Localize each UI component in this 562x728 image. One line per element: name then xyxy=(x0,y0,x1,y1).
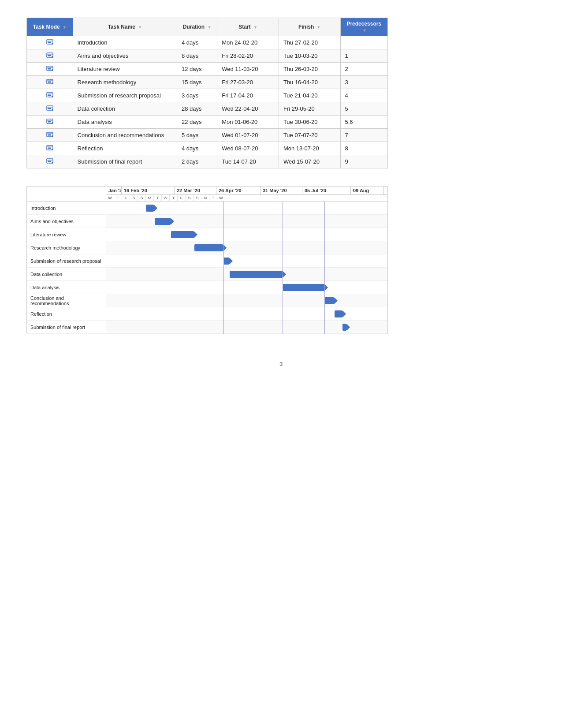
svg-rect-18 xyxy=(48,95,51,96)
th-task-name[interactable]: Task Name ▼ xyxy=(73,18,177,36)
gantt-label-row: Data analysis xyxy=(27,281,106,294)
th-finish[interactable]: Finish ▼ xyxy=(279,18,340,36)
gantt-bar-row xyxy=(106,215,387,228)
gantt-bar-row xyxy=(106,321,387,334)
gantt-day-label: W xyxy=(162,195,170,201)
gantt-day-label: W xyxy=(217,195,225,201)
predecessors-cell: 7 xyxy=(340,129,387,142)
svg-rect-6 xyxy=(48,55,51,56)
gantt-month-label: 22 Mar '20 xyxy=(175,187,216,194)
gantt-bar-row xyxy=(106,294,387,307)
finish-cell: Thu 26-03-20 xyxy=(279,63,340,76)
gantt-timeline-header: Jan '2016 Feb '2022 Mar '2026 Apr '2031 … xyxy=(106,187,387,201)
task-mode-cell xyxy=(27,89,73,102)
table-row: Submission of final report2 daysTue 14-0… xyxy=(27,155,388,168)
duration-cell: 4 days xyxy=(177,36,217,49)
svg-point-31 xyxy=(52,135,53,137)
th-task-mode[interactable]: Task Mode ▼ xyxy=(27,18,73,36)
gantt-body: IntroductionAims and objectivesLiteratur… xyxy=(27,202,387,334)
task-mode-icon xyxy=(46,92,54,98)
gantt-day-label: M xyxy=(146,195,154,201)
svg-rect-26 xyxy=(48,121,51,123)
page-number: 3 xyxy=(26,361,536,367)
gantt-bar xyxy=(230,271,283,278)
predecessors-cell: 2 xyxy=(340,63,387,76)
gantt-month-label: 05 Jul '20 xyxy=(302,187,351,194)
gantt-label-row: Submission of research proposal xyxy=(27,254,106,268)
gantt-day-label: S xyxy=(130,195,138,201)
gantt-day-label: T xyxy=(209,195,217,201)
task-name-cell: Reflection xyxy=(73,142,177,155)
task-mode-icon xyxy=(46,78,54,85)
task-name-cell: Data collection xyxy=(73,102,177,116)
svg-point-19 xyxy=(52,96,53,97)
task-mode-icon xyxy=(46,145,54,151)
task-mode-icon xyxy=(46,105,54,111)
gantt-month-label: 09 Aug xyxy=(351,187,384,194)
task-mode-cell xyxy=(27,129,73,142)
task-name-cell: Introduction xyxy=(73,36,177,49)
table-row: Submission of research proposal3 daysFri… xyxy=(27,89,388,102)
sort-arrow-task-name: ▼ xyxy=(138,25,142,30)
gantt-month-label: 16 Feb '20 xyxy=(122,187,175,194)
start-cell: Wed 11-03-20 xyxy=(217,63,279,76)
table-row: Aims and objectives8 daysFri 28-02-20Tue… xyxy=(27,49,388,63)
gantt-table: Task Mode ▼ Task Name ▼ Duration ▼ Start… xyxy=(26,18,388,168)
start-cell: Fri 27-03-20 xyxy=(217,76,279,89)
table-row: Introduction4 daysMon 24-02-20Thu 27-02-… xyxy=(27,36,388,49)
gantt-bar xyxy=(283,284,324,291)
predecessors-cell: 8 xyxy=(340,142,387,155)
gantt-day-label: S xyxy=(194,195,201,201)
table-row: Literature review12 daysWed 11-03-20Thu … xyxy=(27,63,388,76)
finish-cell: Tue 30-06-20 xyxy=(279,116,340,129)
gantt-label-row: Aims and objectives xyxy=(27,215,106,228)
gantt-days-row: WTFSSMTWTFSSMTW xyxy=(106,195,387,201)
table-row: Conclusion and recommendations5 daysWed … xyxy=(27,129,388,142)
gantt-day-label: T xyxy=(114,195,122,201)
duration-cell: 12 days xyxy=(177,63,217,76)
table-row: Reflection4 daysWed 08-07-20Mon 13-07-20… xyxy=(27,142,388,155)
gantt-label-row: Literature review xyxy=(27,228,106,241)
th-duration[interactable]: Duration ▼ xyxy=(177,18,217,36)
finish-cell: Wed 15-07-20 xyxy=(279,155,340,168)
gantt-months-row: Jan '2016 Feb '2022 Mar '2026 Apr '2031 … xyxy=(106,187,387,195)
task-name-cell: Aims and objectives xyxy=(73,49,177,63)
svg-point-39 xyxy=(52,162,53,164)
gantt-day-label: F xyxy=(178,195,186,201)
finish-cell: Tue 10-03-20 xyxy=(279,49,340,63)
svg-point-23 xyxy=(52,109,53,111)
gantt-day-label: F xyxy=(122,195,130,201)
predecessors-cell: 4 xyxy=(340,89,387,102)
svg-rect-34 xyxy=(48,148,51,149)
th-predecessors[interactable]: Predecessors ▼ xyxy=(340,18,387,36)
gantt-month-label: Jan '20 xyxy=(106,187,122,194)
finish-cell: Tue 07-07-20 xyxy=(279,129,340,142)
task-mode-cell xyxy=(27,116,73,129)
table-row: Data analysis22 daysMon 01-06-20Tue 30-0… xyxy=(27,116,388,129)
start-cell: Mon 24-02-20 xyxy=(217,36,279,49)
task-name-cell: Literature review xyxy=(73,63,177,76)
task-name-cell: Conclusion and recommendations xyxy=(73,129,177,142)
task-mode-cell xyxy=(27,36,73,49)
gantt-month-label: 26 Apr '20 xyxy=(216,187,261,194)
task-mode-icon xyxy=(46,118,54,124)
th-start[interactable]: Start ▼ xyxy=(217,18,279,36)
gantt-header: Jan '2016 Feb '2022 Mar '2026 Apr '2031 … xyxy=(27,187,387,202)
task-mode-icon xyxy=(46,65,54,71)
gantt-label-row: Research methodology xyxy=(27,241,106,254)
task-mode-icon xyxy=(46,131,54,138)
task-mode-cell xyxy=(27,155,73,168)
task-mode-cell xyxy=(27,102,73,116)
gantt-vertical-line xyxy=(223,202,224,334)
task-mode-cell xyxy=(27,49,73,63)
svg-rect-14 xyxy=(48,82,51,83)
gantt-day-label: T xyxy=(154,195,162,201)
gantt-bars-area xyxy=(106,202,387,334)
svg-point-7 xyxy=(52,56,53,58)
start-cell: Wed 01-07-20 xyxy=(217,129,279,142)
task-mode-icon xyxy=(46,39,54,45)
task-name-cell: Submission of research proposal xyxy=(73,89,177,102)
gantt-day-label: S xyxy=(138,195,146,201)
duration-cell: 4 days xyxy=(177,142,217,155)
gantt-bar-row xyxy=(106,254,387,268)
